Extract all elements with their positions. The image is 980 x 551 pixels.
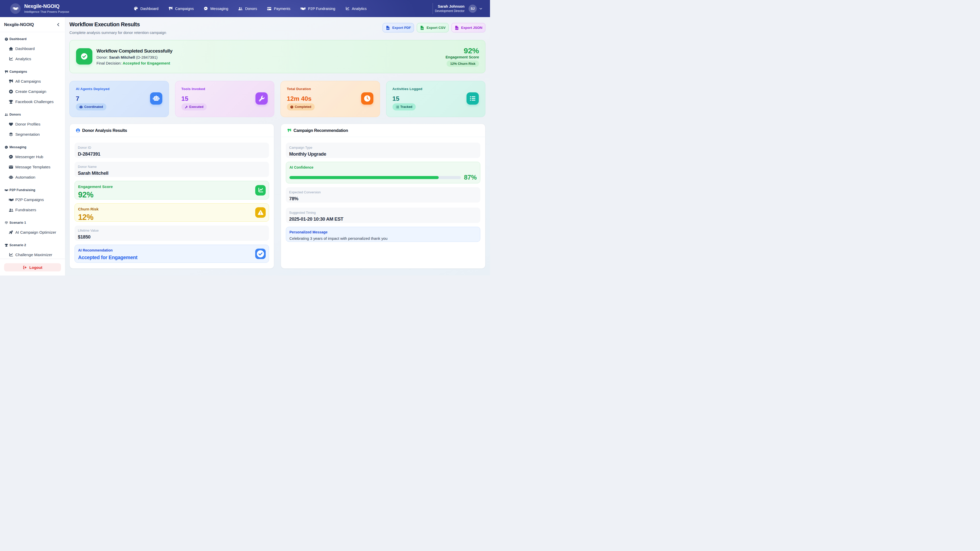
svg-text:CSV: CSV [421, 28, 424, 29]
svg-text:PDF: PDF [387, 28, 389, 29]
